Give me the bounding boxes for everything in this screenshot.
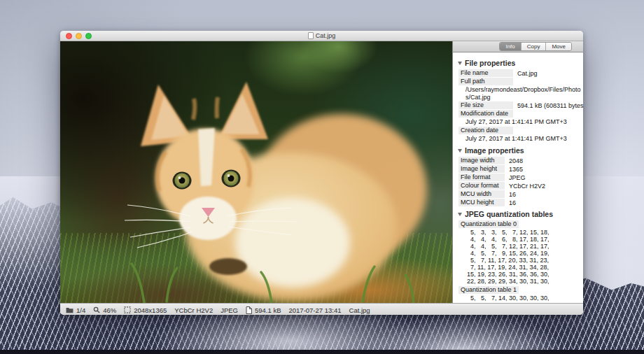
image-viewer	[60, 41, 452, 303]
close-button[interactable]	[66, 33, 72, 39]
section-header-file-properties[interactable]: File properties	[458, 59, 578, 67]
property-value: JPEG	[509, 174, 526, 181]
property-label: Image width	[458, 157, 505, 164]
traffic-lights	[66, 33, 92, 39]
property-row: Image height 1365	[458, 165, 578, 173]
property-row: File format JPEG	[458, 174, 578, 181]
property-value: 1365	[509, 166, 523, 173]
quantization-row: 5, 3, 3, 5, 7, 12, 15, 18,	[467, 229, 578, 236]
quantization-row: 22, 28, 29, 29, 34, 30, 31, 30,	[467, 278, 578, 285]
section-header-jpeg-quantization-tables[interactable]: JPEG quantization tables	[458, 210, 578, 218]
property-row: Full path	[458, 78, 578, 85]
quantization-table-header: Quantization table 0	[458, 220, 578, 228]
property-row: Image width 2048	[458, 157, 578, 164]
status-item-file-size: 594.1 kB	[246, 306, 281, 314]
status-item-colour-format: YCbCr H2V2	[174, 306, 213, 314]
status-item-zoom: 46%	[93, 306, 116, 314]
section-title: Image properties	[465, 146, 524, 155]
status-item-filename: Cat.jpg	[349, 306, 370, 314]
titlebar-title-area: Cat.jpg	[60, 31, 583, 41]
panel-tabstrip: Info Copy Move	[453, 41, 583, 52]
property-value: YCbCr H2V2	[509, 183, 545, 190]
property-label: MCU width	[458, 190, 505, 198]
property-value: 594.1 kB (608311 bytes)	[517, 102, 583, 109]
desktop-bottom-edge	[0, 350, 644, 354]
quantization-table-name: Quantization table 1	[458, 286, 519, 294]
quantization-row: 5, 5, 7, 14, 30, 30, 30, 30,	[467, 295, 578, 302]
property-label: Colour format	[458, 182, 505, 190]
quantization-row: 4, 4, 5, 7, 12, 17, 21, 17,	[467, 243, 578, 250]
tab-move[interactable]: Move	[546, 43, 571, 50]
quantization-row: 4, 5, 7, 9, 15, 26, 24, 19,	[467, 250, 578, 257]
property-row: File name Cat.jpg	[458, 69, 578, 77]
section-header-image-properties[interactable]: Image properties	[458, 146, 578, 155]
panel-segmented-control: Info Copy Move	[499, 42, 572, 51]
property-label: File name	[458, 69, 513, 77]
property-row: Creation date	[458, 127, 578, 134]
status-item-page: 1/4	[66, 306, 85, 314]
quantization-row: 4, 4, 4, 6, 8, 17, 18, 17,	[467, 236, 578, 243]
quantization-row: 5, 7, 11, 17, 20, 33, 31, 23,	[467, 257, 578, 264]
status-item-dimensions: 2048x1365	[124, 306, 167, 314]
panel-content: File properties File name Cat.jpg Full p…	[453, 52, 583, 303]
document-icon	[246, 306, 252, 314]
property-row: MCU height 16	[458, 199, 578, 206]
window-titlebar: Cat.jpg	[60, 31, 583, 41]
section-title: File properties	[465, 59, 515, 67]
section-title: JPEG quantization tables	[465, 210, 553, 218]
disclosure-triangle-icon	[458, 149, 462, 153]
folder-icon	[66, 307, 74, 313]
document-proxy-icon	[308, 32, 314, 39]
property-label: Modification date	[458, 110, 513, 118]
property-value: July 27, 2017 at 1:41:41 PM GMT+3	[465, 135, 578, 143]
property-value: /Users/raymondeast/Dropbox/Files/Photos/…	[465, 86, 582, 101]
property-label: Image height	[458, 165, 505, 173]
quantization-row: 7, 11, 17, 19, 24, 31, 34, 28,	[467, 264, 578, 271]
property-label: Creation date	[458, 127, 513, 134]
disclosure-triangle-icon	[458, 62, 462, 65]
property-label: File format	[458, 174, 505, 181]
app-window: Cat.jpg	[60, 31, 583, 315]
quantization-row: 15, 19, 23, 26, 31, 36, 36, 30,	[467, 271, 578, 278]
magnifier-icon	[93, 306, 100, 313]
property-row: MCU width 16	[458, 190, 578, 198]
disclosure-triangle-icon	[458, 213, 462, 216]
window-title: Cat.jpg	[316, 32, 336, 39]
property-value: 16	[509, 191, 516, 198]
property-row: Modification date	[458, 110, 578, 118]
property-value: July 27, 2017 at 1:41:41 PM GMT+3	[465, 118, 578, 126]
quantization-table-name: Quantization table 0	[458, 220, 519, 228]
property-value: Cat.jpg	[517, 70, 538, 77]
property-row: File size 594.1 kB (608311 bytes)	[458, 101, 578, 109]
property-label: Full path	[458, 78, 513, 85]
status-bar: 1/4 46% 2048x1365 YCbCr H2V2 JPEG 594.1 …	[60, 303, 583, 315]
property-label: File size	[458, 101, 513, 109]
tab-copy[interactable]: Copy	[522, 43, 547, 50]
property-value: 2048	[509, 157, 523, 164]
quantization-row: 5, 6, 8, 20, 30, 30, 30, 30,	[467, 302, 578, 303]
property-value: 16	[509, 199, 516, 206]
status-item-date: 2017-07-27 13:41	[289, 306, 342, 314]
minimize-button[interactable]	[76, 33, 82, 39]
property-label: MCU height	[458, 199, 505, 206]
tab-info[interactable]: Info	[500, 43, 521, 50]
status-item-file-format: JPEG	[220, 306, 238, 314]
quantization-table-header: Quantization table 1	[458, 286, 578, 294]
cat-photo	[60, 41, 452, 303]
selection-icon	[124, 306, 131, 313]
property-row: Colour format YCbCr H2V2	[458, 182, 578, 190]
info-panel: Info Copy Move File properties File name…	[452, 41, 583, 303]
zoom-button[interactable]	[85, 33, 92, 39]
